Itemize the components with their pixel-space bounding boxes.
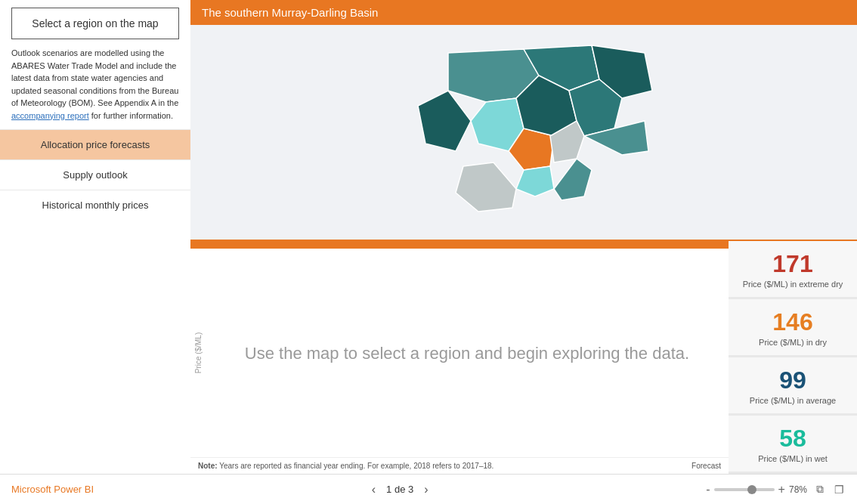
chart-body: Price ($/ML) Use the map to select a reg… [190,249,729,457]
bottom-bar: Microsoft Power BI ‹ 1 de 3 › - + 78% ⧉ … [0,474,857,504]
stat-card-extreme-dry: 171 Price ($/ML) in extreme dry [729,241,857,299]
stat-value-wet: 58 [779,425,806,453]
note-label: Note: [198,462,218,470]
page-next-button[interactable]: › [419,481,432,498]
description-text: Outlook scenarios are modelled using the… [0,47,190,129]
pagination: ‹ 1 de 3 › [367,481,433,498]
stats-panel: 171 Price ($/ML) in extreme dry 146 Pric… [729,241,857,474]
page-info: 1 de 3 [386,484,413,495]
zoom-slider-thumb [747,485,756,494]
bottom-right-icons: - + 78% ⧉ ❐ [706,481,846,497]
sidebar: Select a region on the map Outlook scena… [0,0,190,474]
stat-label-dry: Price ($/ML) in dry [759,338,827,347]
stat-card-wet: 58 Price ($/ML) in wet [729,416,857,474]
forecast-label: Forecast [691,462,721,470]
y-axis-label: Price ($/ML) [194,332,203,373]
chart-orange-bar [190,241,729,249]
zoom-level: 78% [789,484,807,495]
top-row: The southern Murray-Darling Basin [190,0,857,240]
zoom-slider[interactable] [714,488,775,491]
chart-note-text: Note: Years are reported as financial ye… [198,462,493,470]
expand-icon[interactable]: ⧉ [815,481,825,497]
stat-value-average: 99 [779,366,806,394]
nav-item-historical[interactable]: Historical monthly prices [0,190,190,220]
map-title: The southern Murray-Darling Basin [190,0,857,25]
nav-item-allocation[interactable]: Allocation price forecasts [0,129,190,159]
stat-label-wet: Price ($/ML) in wet [758,454,828,463]
app-container: Select a region on the map Outlook scena… [0,0,857,504]
zoom-controls: - + 78% [706,483,807,496]
bottom-row: Price ($/ML) Use the map to select a reg… [190,240,857,474]
stat-value-dry: 146 [772,308,812,336]
stat-value-extreme-dry: 171 [772,250,812,278]
chart-panel: Price ($/ML) Use the map to select a reg… [190,241,729,474]
note-content: Years are reported as financial year end… [219,462,493,470]
stat-label-average: Price ($/ML) in average [750,396,836,405]
chart-empty-message: Use the map to select a region and begin… [230,341,689,366]
page-prev-button[interactable]: ‹ [367,481,380,498]
nav-item-supply[interactable]: Supply outlook [0,159,190,190]
report-link[interactable]: accompanying report [11,111,89,120]
stat-label-extreme-dry: Price ($/ML) in extreme dry [743,280,843,289]
fullscreen-icon[interactable]: ❐ [833,482,846,497]
select-region-button[interactable]: Select a region on the map [11,8,179,39]
zoom-minus-button[interactable]: - [706,483,710,496]
app-body: Select a region on the map Outlook scena… [0,0,857,474]
power-bi-link[interactable]: Microsoft Power BI [11,484,94,495]
map-panel: The southern Murray-Darling Basin [190,0,857,240]
map-svg-area[interactable] [190,25,857,240]
stat-card-average: 99 Price ($/ML) in average [729,357,857,416]
chart-note-bar: Note: Years are reported as financial ye… [190,457,729,474]
stat-card-dry: 146 Price ($/ML) in dry [729,299,857,357]
zoom-plus-button[interactable]: + [778,483,785,496]
map-svg[interactable] [388,38,660,227]
right-section: The southern Murray-Darling Basin [190,0,857,474]
